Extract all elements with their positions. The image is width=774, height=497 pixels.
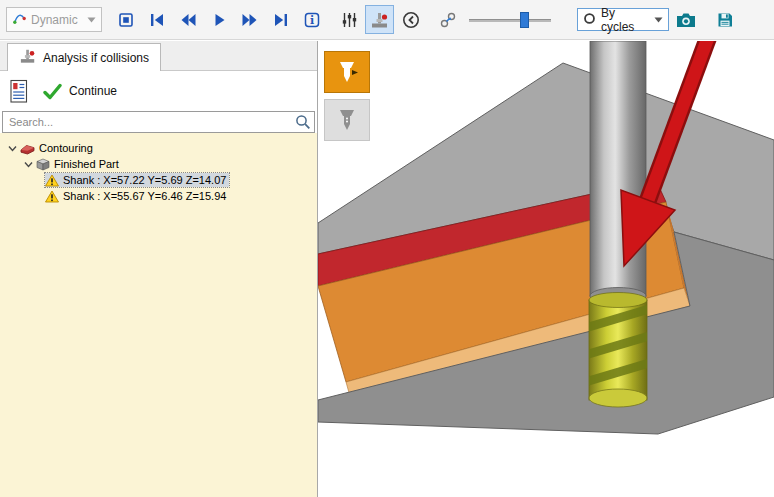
search-row [0, 111, 317, 133]
search-box [2, 111, 315, 133]
panel-tab-strip: Analysis if collisions [0, 41, 317, 71]
check-icon [43, 83, 62, 100]
fast-forward-icon [241, 11, 259, 29]
previous-step-button[interactable] [396, 5, 425, 34]
tree-label: Shank : X=55.67 Y=6.46 Z=15.94 [63, 189, 229, 203]
chevron-down-icon [87, 17, 96, 23]
chevron-down-icon [654, 17, 663, 23]
view-mode-dropdown[interactable]: By cycles [577, 8, 669, 31]
collision-icon [370, 11, 390, 29]
tree-label: Shank : X=57.22 Y=5.69 Z=14.07 [63, 173, 229, 187]
sliders-icon [340, 11, 358, 29]
tree-label: Contouring [39, 141, 96, 155]
feedrate-icon [439, 11, 457, 29]
tool-display-button[interactable] [324, 99, 370, 141]
tab-label: Analysis if collisions [43, 51, 149, 65]
skip-start-icon [148, 11, 166, 29]
slider-handle[interactable] [520, 12, 529, 28]
viewport-buttons [324, 51, 370, 141]
rewind-button[interactable] [173, 5, 202, 34]
tool-shank [590, 41, 646, 296]
tree-row-collision-2[interactable]: Shank : X=55.67 Y=6.46 Z=15.94 [0, 188, 317, 204]
dynamic-mode-icon [12, 10, 27, 29]
panel-actions-row: Continue [0, 71, 317, 111]
svg-text:i: i [309, 14, 313, 27]
toolpath-display-button[interactable] [324, 51, 370, 93]
view-mode-label: By cycles [601, 6, 649, 34]
main-toolbar: Dynamic i [0, 0, 774, 40]
play-button[interactable] [204, 5, 233, 34]
circle-back-icon [402, 11, 420, 29]
stop-button[interactable] [111, 5, 140, 34]
tree-row-finished-part[interactable]: Finished Part [0, 156, 317, 172]
tab-analysis-if-collisions[interactable]: Analysis if collisions [7, 43, 161, 71]
tool-display-icon [334, 107, 360, 133]
play-icon [210, 11, 228, 29]
collision-check-button[interactable] [365, 5, 394, 34]
cycle-icon [583, 11, 596, 29]
save-icon [716, 11, 734, 29]
chevron-expanded-icon[interactable] [7, 143, 18, 154]
rewind-icon [179, 11, 197, 29]
fast-forward-button[interactable] [235, 5, 264, 34]
content-area: Analysis if collisions Continue [0, 41, 774, 497]
tool-cutter-bottom [589, 389, 647, 407]
toolpath-display-icon [334, 59, 360, 85]
continue-button[interactable]: Continue [43, 83, 117, 100]
part-icon [36, 158, 50, 171]
3d-viewport-scene[interactable] [318, 41, 774, 497]
camera-icon [675, 11, 697, 29]
info-button[interactable]: i [297, 5, 326, 34]
report-icon [9, 79, 29, 104]
feedrate-button[interactable] [433, 5, 462, 34]
skip-end-icon [272, 11, 290, 29]
3d-viewport[interactable] [318, 41, 774, 497]
skip-end-button[interactable] [266, 5, 295, 34]
search-icon[interactable] [292, 114, 314, 130]
search-input[interactable] [3, 116, 292, 128]
slider-track[interactable] [469, 19, 551, 22]
tree-label: Finished Part [54, 157, 122, 171]
simulation-mode-label: Dynamic [31, 13, 83, 27]
simulation-mode-dropdown[interactable]: Dynamic [6, 7, 102, 32]
tree-row-contouring[interactable]: Contouring [0, 140, 317, 156]
tool-cutter-top [589, 293, 647, 308]
stop-icon [117, 11, 135, 29]
snapshot-button[interactable] [671, 5, 700, 34]
simulation-speed-slider[interactable] [469, 9, 551, 31]
info-icon: i [303, 11, 321, 29]
save-button[interactable] [710, 5, 739, 34]
collision-analysis-panel: Analysis if collisions Continue [0, 41, 318, 497]
continue-label: Continue [69, 84, 117, 98]
chevron-expanded-icon[interactable] [23, 159, 34, 170]
collision-tree: Contouring Finished Part Shank : X=57.22… [0, 133, 317, 497]
skip-start-button[interactable] [142, 5, 171, 34]
tree-row-collision-1[interactable]: Shank : X=57.22 Y=5.69 Z=14.07 [0, 172, 317, 188]
collision-tab-icon [19, 48, 37, 67]
contour-icon [20, 142, 35, 155]
application-window: Dynamic i [0, 0, 774, 497]
warning-icon [45, 190, 59, 203]
warning-icon [45, 174, 59, 187]
report-button[interactable] [9, 79, 29, 104]
simulation-settings-button[interactable] [334, 5, 363, 34]
